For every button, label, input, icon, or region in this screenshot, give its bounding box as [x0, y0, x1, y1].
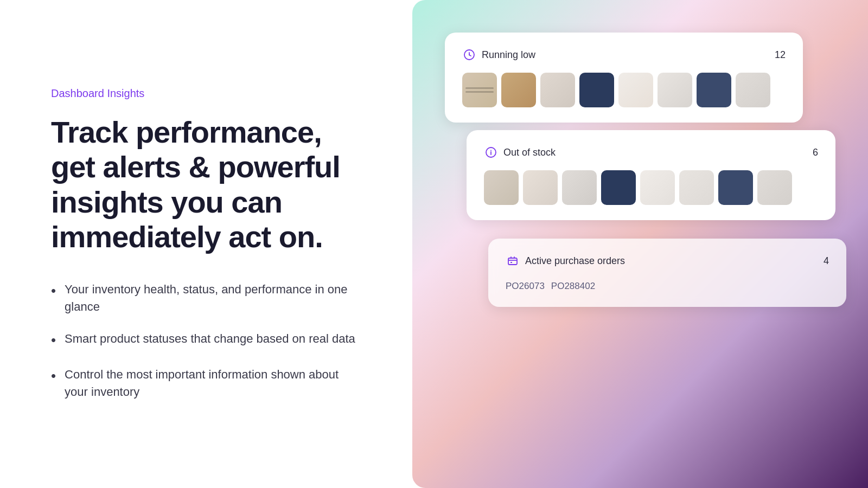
running-low-title: Running low [482, 49, 535, 61]
product-thumb [540, 73, 575, 107]
card-title-group-po: Active purchase orders [506, 254, 625, 268]
out-of-stock-title: Out of stock [503, 147, 556, 158]
active-po-title: Active purchase orders [525, 255, 625, 267]
running-low-count: 12 [775, 49, 786, 61]
svg-point-4 [490, 150, 492, 151]
product-thumb [718, 170, 753, 205]
bullet-text-2: Smart product statuses that change based… [65, 330, 355, 348]
active-po-count: 4 [824, 255, 829, 267]
product-thumb [579, 73, 614, 107]
bullet-list: Your inventory health, status, and perfo… [51, 281, 361, 401]
svg-rect-6 [510, 262, 512, 263]
product-thumb [562, 170, 597, 205]
card-title-group: Running low [462, 48, 535, 62]
svg-point-1 [469, 54, 470, 55]
card-header-running-low: Running low 12 [462, 48, 786, 62]
running-low-card: Running low 12 [445, 33, 803, 123]
bullet-text-1: Your inventory health, status, and perfo… [65, 281, 361, 316]
left-panel: Dashboard Insights Track performance, ge… [0, 0, 412, 488]
right-panel: Running low 12 [412, 0, 868, 488]
clock-icon [462, 48, 476, 62]
product-thumb [618, 73, 653, 107]
product-thumb [640, 170, 675, 205]
product-thumb [658, 73, 692, 107]
bullet-text-3: Control the most important information s… [65, 366, 361, 401]
bullet-item-3: Control the most important information s… [51, 366, 361, 401]
card-header-out-of-stock: Out of stock 6 [484, 145, 818, 159]
product-thumb [501, 73, 536, 107]
bullet-item-2: Smart product statuses that change based… [51, 330, 361, 351]
card-title-group-oos: Out of stock [484, 145, 556, 159]
active-po-card: Active purchase orders 4 PO26073 PO28840… [488, 239, 846, 307]
product-thumb [462, 73, 497, 107]
page-headline: Track performance, get alerts & powerful… [51, 115, 361, 255]
product-thumb [736, 73, 770, 107]
product-thumb [757, 170, 792, 205]
product-thumb [679, 170, 714, 205]
bullet-item-1: Your inventory health, status, and perfo… [51, 281, 361, 316]
po-number-2: PO288402 [551, 281, 595, 292]
po-numbers-list: PO26073 PO288402 [506, 279, 829, 292]
box-icon [506, 254, 520, 268]
out-of-stock-count: 6 [813, 147, 818, 158]
product-thumb [601, 170, 636, 205]
info-icon [484, 145, 498, 159]
out-of-stock-card: Out of stock 6 [467, 130, 835, 220]
product-thumb [697, 73, 731, 107]
product-thumb [523, 170, 558, 205]
out-of-stock-product-grid [484, 170, 818, 205]
cards-area: Running low 12 [445, 33, 846, 466]
running-low-product-grid [462, 73, 786, 107]
po-number-1: PO26073 [506, 281, 545, 292]
product-thumb [484, 170, 519, 205]
card-header-po: Active purchase orders 4 [506, 254, 829, 268]
section-label: Dashboard Insights [51, 87, 361, 100]
svg-rect-5 [508, 258, 517, 265]
